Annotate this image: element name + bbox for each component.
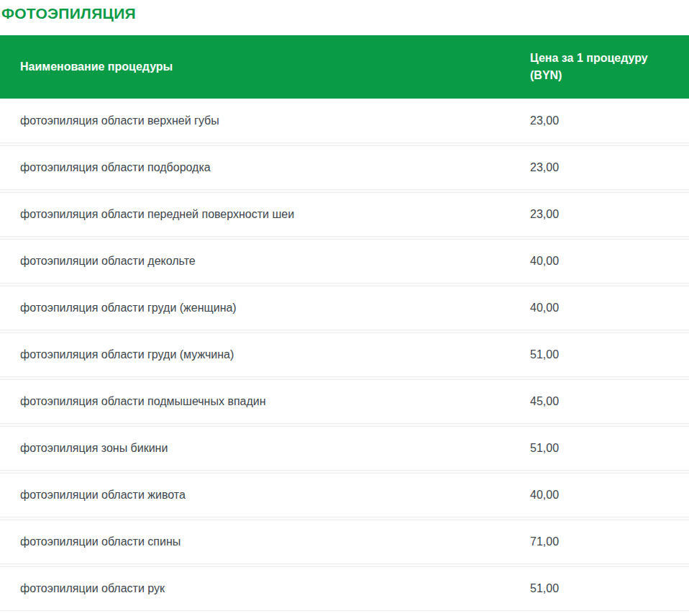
procedure-name-cell: фотоэпиляции области рук — [0, 582, 530, 595]
procedure-name-cell: фотоэпиляция области подмышечных впадин — [0, 395, 530, 408]
table-row: фотоэпиляция зоны бикини 51,00 — [0, 426, 689, 471]
price-cell: 71,00 — [530, 535, 689, 548]
procedure-name-cell: фотоэпиляция области передней поверхност… — [0, 208, 530, 221]
price-cell: 23,00 — [530, 161, 689, 174]
price-cell: 23,00 — [530, 208, 689, 221]
table-header: Наименование процедуры Цена за 1 процеду… — [0, 35, 689, 99]
table-row: фотоэпиляции области декольте 40,00 — [0, 239, 689, 284]
price-cell: 40,00 — [530, 255, 689, 268]
table-row: фотоэпиляция области подмышечных впадин … — [0, 379, 689, 424]
price-table: Наименование процедуры Цена за 1 процеду… — [0, 35, 689, 611]
table-row: фотоэпиляция области подбородка 23,00 — [0, 145, 689, 190]
page: ФОТОЭПИЛЯЦИЯ Наименование процедуры Цена… — [0, 0, 689, 616]
header-cell-price: Цена за 1 процедуру (BYN) — [530, 50, 674, 84]
procedure-name-cell: фотоэпиляция области верхней губы — [0, 114, 530, 127]
procedure-name-cell: фотоэпиляции области декольте — [0, 255, 530, 268]
price-cell: 40,00 — [530, 302, 689, 314]
table-row: фотоэпиляция области передней поверхност… — [0, 192, 689, 237]
procedure-name-cell: фотоэпиляция области подбородка — [0, 161, 530, 174]
header-cell-procedure-name: Наименование процедуры — [0, 60, 530, 73]
price-cell: 51,00 — [530, 348, 689, 361]
price-cell: 51,00 — [530, 582, 689, 595]
price-cell: 23,00 — [530, 114, 689, 127]
procedure-name-cell: фотоэпиляция области груди (мужчина) — [0, 348, 530, 361]
table-row: фотоэпиляции области спины 71,00 — [0, 520, 689, 564]
table-row: фотоэпиляции области рук 51,00 — [0, 566, 689, 611]
procedure-name-cell: фотоэпиляции области спины — [0, 535, 530, 548]
price-cell: 40,00 — [530, 489, 689, 502]
table-row: фотоэпиляция области груди (мужчина) 51,… — [0, 332, 689, 377]
page-title: ФОТОЭПИЛЯЦИЯ — [1, 6, 689, 21]
price-cell: 51,00 — [530, 442, 689, 455]
table-row: фотоэпиляции области живота 40,00 — [0, 473, 689, 517]
procedure-name-cell: фотоэпиляции области живота — [0, 489, 530, 502]
table-row: фотоэпиляция области верхней губы 23,00 — [0, 99, 689, 143]
procedure-name-cell: фотоэпиляция области груди (женщина) — [0, 302, 530, 314]
price-cell: 45,00 — [530, 395, 689, 408]
procedure-name-cell: фотоэпиляция зоны бикини — [0, 442, 530, 455]
table-body: фотоэпиляция области верхней губы 23,00 … — [0, 99, 689, 611]
table-row: фотоэпиляция области груди (женщина) 40,… — [0, 286, 689, 330]
